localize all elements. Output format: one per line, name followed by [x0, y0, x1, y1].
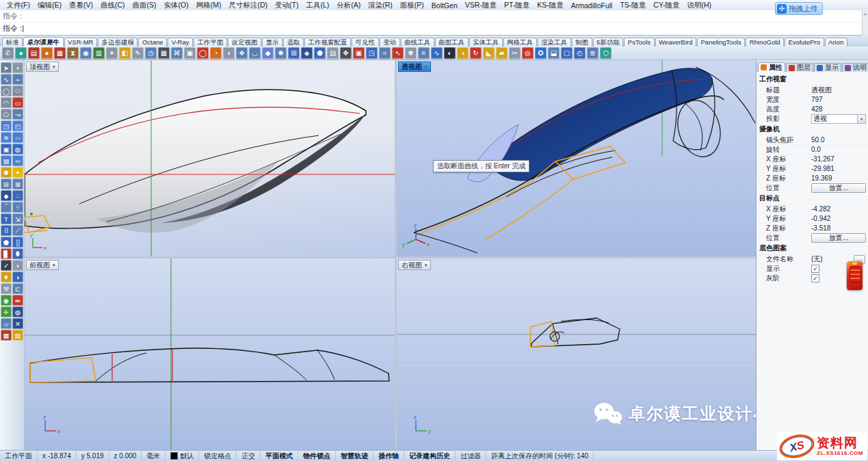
freeform-curve-icon[interactable]: ↝ — [12, 109, 23, 120]
menu-item[interactable]: BoltGen — [428, 1, 461, 10]
toolbar-tab[interactable]: WeaverBird — [655, 38, 696, 47]
menu-item[interactable]: 文件(F) — [3, 1, 34, 10]
solid-icon[interactable]: ⬟ — [1, 237, 12, 248]
menu-item[interactable]: 工具(L) — [302, 1, 333, 10]
person-icon[interactable]: ✾ — [405, 47, 417, 59]
clamp-icon[interactable]: ⊏ — [12, 283, 23, 294]
toolbar-tab[interactable]: 曲线工具 — [401, 38, 434, 47]
command-input-line[interactable]: 指令 :| — [0, 23, 868, 34]
surface-corner-icon[interactable]: ◰ — [12, 120, 23, 131]
wave-icon[interactable]: ∿ — [431, 47, 443, 59]
blob-icon[interactable]: ❖ — [236, 47, 248, 59]
checker-icon[interactable]: ▦ — [54, 47, 66, 59]
wedge-icon[interactable]: ◣ — [483, 47, 495, 59]
steps-icon[interactable]: ≡ — [418, 47, 430, 59]
red-ring-icon[interactable]: ◯ — [197, 47, 209, 59]
status-item[interactable]: z 0.000 — [109, 451, 142, 461]
toolbar-tab[interactable]: 可见性 — [352, 38, 379, 47]
place-button[interactable]: 放置... — [811, 183, 866, 193]
teal-sphere-icon[interactable]: ● — [15, 47, 27, 59]
toolbar-tab[interactable]: EvolutePro — [785, 38, 824, 47]
menu-item[interactable]: 查看(V) — [65, 1, 96, 10]
viewport-perspective[interactable]: zxy 透视图 选取断面曲线，按 Enter 完成 — [397, 60, 756, 256]
menu-item[interactable]: VSR-随意 — [461, 1, 500, 10]
mouse-icon[interactable]: ◖ — [223, 47, 235, 59]
menu-item[interactable]: 编辑(E) — [34, 1, 65, 10]
status-item[interactable]: 智慧轨迹 — [336, 451, 373, 461]
move-cross-icon[interactable]: ✥ — [340, 47, 352, 59]
toolbar-tab[interactable]: 工作平面 — [194, 38, 227, 47]
drag-upload-button[interactable]: ✣ 拖拽上传 — [775, 2, 823, 15]
menu-item[interactable]: CY-随意 — [650, 1, 683, 10]
pin-icon[interactable]: ➴ — [392, 47, 404, 59]
toolbar-tab[interactable]: PanelingTools — [697, 38, 745, 47]
place-button[interactable]: 放置... — [811, 233, 866, 243]
toolbar-tab[interactable]: 实体工具 — [469, 38, 503, 47]
toolbar-tab[interactable]: RhinoGold — [746, 38, 784, 47]
red-frame-icon[interactable]: ▣ — [353, 47, 365, 59]
note-icon[interactable]: ✎ — [132, 47, 144, 59]
menu-item[interactable]: PT-随意 — [500, 1, 533, 10]
viewport-top[interactable]: xy 顶视图 — [25, 60, 395, 256]
drop-icon[interactable]: ◆ — [1, 190, 12, 201]
frame-icon[interactable]: ▣ — [184, 47, 196, 59]
text-icon[interactable]: T — [1, 213, 12, 224]
clock-icon[interactable]: ◷ — [145, 47, 157, 59]
status-item[interactable]: 正交 — [237, 451, 261, 461]
red-arrows-icon[interactable]: ⇹ — [12, 295, 23, 306]
toolbar-tab[interactable]: 制图 — [572, 38, 592, 47]
menu-item[interactable]: 渲染(R) — [365, 1, 397, 10]
panel-tab[interactable]: 属性 — [758, 62, 785, 72]
toolbar-tab[interactable]: 5新功能 — [593, 38, 624, 47]
sweep-icon[interactable]: ⌓ — [12, 132, 23, 143]
flash-icon[interactable]: ✦ — [12, 167, 23, 178]
toolbar-tab[interactable]: 卓尔谟犀牛 — [23, 37, 64, 47]
jack-icon[interactable]: ✕ — [12, 318, 23, 329]
toolbar-tab[interactable]: 多边形建模 — [98, 38, 138, 47]
target-icon[interactable]: ◎ — [522, 47, 534, 59]
toolbar-tab[interactable]: VSR-MR — [64, 38, 97, 47]
polygon-icon[interactable]: ⬠ — [1, 109, 12, 120]
patch-icon[interactable]: ▤ — [1, 155, 12, 166]
command-scrollbar[interactable] — [862, 10, 868, 36]
rainbow-surface-icon[interactable]: ◧ — [119, 47, 131, 59]
curve-node-icon[interactable]: ∿ — [1, 74, 12, 85]
rectangle-icon[interactable]: ▭ — [12, 97, 23, 108]
surface-blue-icon[interactable]: ◳ — [366, 47, 378, 59]
viewport-label-perspective[interactable]: 透视图 — [398, 62, 431, 72]
toolbar-tab[interactable]: 曲面工具 — [435, 38, 469, 47]
menu-item[interactable]: 曲面(S) — [129, 1, 160, 10]
join-icon[interactable]: ⊞ — [12, 179, 23, 189]
toolbar-tab[interactable]: PsTools — [624, 38, 654, 47]
handle-icon[interactable]: ⑂ — [12, 202, 23, 213]
checkbox[interactable] — [811, 274, 819, 282]
menu-item[interactable]: 说明(H) — [683, 1, 715, 10]
menu-item[interactable]: 面板(P) — [396, 1, 428, 10]
cube-icon[interactable]: ⬟ — [314, 47, 326, 59]
bucket-icon[interactable]: ⬓ — [548, 47, 560, 59]
pipe-icon[interactable]: ◖ — [12, 272, 23, 282]
status-item[interactable]: y 5.019 — [77, 451, 109, 461]
toolbar-tab[interactable]: 网格工具 — [503, 38, 537, 47]
hourglass-icon[interactable]: ⧗ — [67, 47, 79, 59]
arc-icon[interactable]: ◠ — [1, 97, 12, 108]
paw-icon[interactable]: ✽ — [1, 167, 12, 178]
spin-icon[interactable]: ✺ — [275, 47, 287, 59]
split-icon[interactable]: ⊟ — [1, 179, 12, 189]
diagonal-icon[interactable]: ⟋ — [12, 225, 23, 236]
clock2-icon[interactable]: ◴ — [574, 47, 586, 59]
status-item[interactable]: 距离上次保存的时间 (分钟): 140 — [486, 451, 594, 461]
notebook-icon[interactable]: ▤ — [28, 47, 40, 59]
circle-icon[interactable]: ◯ — [1, 85, 12, 96]
blocks-icon[interactable]: ⠿ — [1, 225, 12, 236]
viewport-label-front[interactable]: 前视图 — [26, 260, 59, 270]
status-item[interactable]: 默认 — [166, 451, 199, 461]
ellipse-icon[interactable]: ⬭ — [12, 85, 23, 96]
checkbox[interactable] — [811, 265, 819, 273]
point-icon[interactable]: • — [12, 62, 23, 73]
sheet-icon[interactable]: ▱ — [1, 318, 12, 329]
contrast-icon[interactable]: ◑ — [457, 47, 469, 59]
curve-net-icon[interactable]: ⌗ — [379, 47, 391, 59]
wheel-icon[interactable]: ✪ — [535, 47, 547, 59]
weave-icon[interactable]: ▤ — [12, 330, 23, 341]
